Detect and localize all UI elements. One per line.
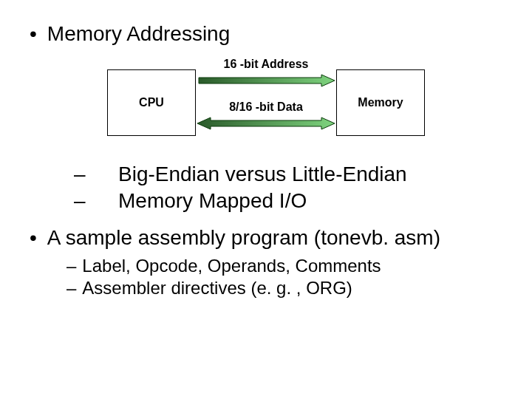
data-arrow-icon (196, 117, 336, 130)
sub-item-mmio: – Memory Mapped I/O (74, 189, 502, 213)
sub2-text-fields: Label, Opcode, Operands, Comments (82, 256, 381, 276)
cpu-label: CPU (139, 96, 164, 109)
dash-glyph: – (74, 163, 118, 186)
dash-glyph: – (74, 189, 118, 213)
bullet-glyph: • (30, 24, 37, 44)
sub-item-endian: – Big-Endian versus Little-Endian (74, 163, 502, 186)
svg-marker-0 (199, 75, 335, 86)
sub2-text-directives: Assembler directives (e. g. , ORG) (82, 278, 352, 299)
dash-glyph: – (66, 256, 76, 276)
memory-box: Memory (336, 69, 425, 136)
address-arrow-icon (196, 74, 336, 87)
bullet-item-2: • A sample assembly program (tonevb. asm… (30, 226, 502, 250)
memory-label: Memory (358, 96, 403, 109)
data-bus-label: 8/16 -bit Data (196, 100, 336, 114)
bullet-glyph: • (30, 228, 37, 248)
sub-text-endian: Big-Endian versus Little-Endian (118, 163, 407, 186)
cpu-memory-diagram: CPU Memory 16 -bit Address 8/16 -bit Dat… (107, 61, 425, 149)
sub-list-1: – Big-Endian versus Little-Endian – Memo… (74, 163, 502, 213)
sub-text-mmio: Memory Mapped I/O (118, 189, 307, 213)
sub2-item-directives: – Assembler directives (e. g. , ORG) (66, 278, 502, 299)
bullet-item-1: • Memory Addressing (30, 22, 502, 46)
bullet-text-sample-program: A sample assembly program (tonevb. asm) (47, 226, 440, 250)
svg-marker-1 (197, 117, 335, 129)
bullet-text-memory-addressing: Memory Addressing (47, 22, 230, 46)
dash-glyph: – (66, 278, 76, 299)
address-bus-label: 16 -bit Address (196, 58, 336, 71)
sub-list-2: – Label, Opcode, Operands, Comments – As… (66, 256, 502, 299)
sub2-item-fields: – Label, Opcode, Operands, Comments (66, 256, 502, 276)
cpu-box: CPU (107, 69, 196, 136)
slide: • Memory Addressing CPU Memory 16 -bit A… (0, 0, 532, 399)
